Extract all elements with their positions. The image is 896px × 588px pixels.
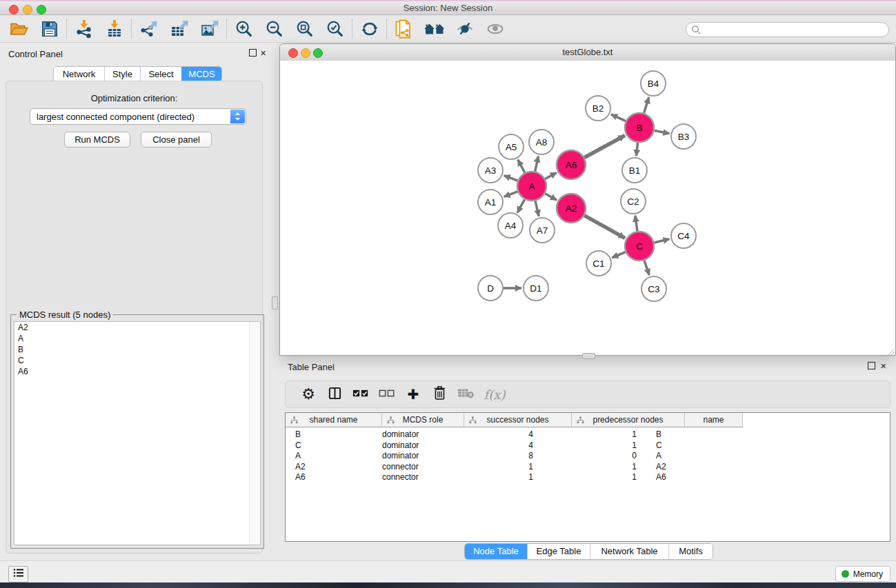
table-cell[interactable]: dominator — [372, 429, 445, 440]
export-image-button[interactable] — [195, 17, 225, 41]
table-cell[interactable]: A — [646, 451, 695, 462]
edge-B-B2[interactable] — [611, 114, 626, 121]
column-header-name[interactable]: name — [685, 413, 743, 427]
result-scrollbar[interactable] — [249, 322, 260, 545]
refresh-button[interactable] — [355, 17, 385, 41]
tab-select[interactable]: Select — [140, 67, 181, 81]
edge-A-A3[interactable] — [504, 176, 518, 181]
table-cell[interactable]: C — [286, 440, 372, 452]
table-cell[interactable]: 1 — [543, 462, 646, 473]
result-item[interactable]: C — [14, 355, 260, 366]
result-item[interactable]: A6 — [14, 366, 260, 377]
tab-mcds[interactable]: MCDS — [181, 67, 221, 81]
tab-motifs[interactable]: Motifs — [668, 544, 713, 559]
tab-node-table[interactable]: Node Table — [465, 544, 527, 559]
table-row[interactable]: Cdominator41C — [286, 440, 890, 452]
table-cell[interactable]: 1 — [543, 440, 646, 452]
window-resize-grip[interactable] — [886, 346, 895, 354]
select-all-columns-button[interactable] — [348, 384, 374, 405]
table-row[interactable]: A2connector11A2 — [286, 462, 890, 473]
table-cell[interactable]: 1 — [445, 472, 543, 483]
edge-B-B4[interactable] — [644, 97, 649, 113]
network-graph[interactable]: B4B2BB3A8A5A6A3B1AC2A1A2A4A7C4CC1C3DD1 — [280, 61, 895, 355]
table-settings-button[interactable]: ⚙ — [295, 384, 321, 405]
export-table-button[interactable] — [164, 17, 195, 41]
export-network-button[interactable] — [134, 17, 164, 41]
table-cell[interactable]: dominator — [372, 440, 445, 452]
result-item[interactable]: A — [14, 333, 260, 344]
table-row[interactable]: A6connector11A6 — [286, 472, 890, 483]
table-cell[interactable]: 8 — [445, 451, 543, 462]
import-network-button[interactable] — [69, 17, 99, 41]
table-cell[interactable]: A6 — [286, 472, 372, 483]
edge-C-C1[interactable] — [612, 252, 625, 258]
table-cell[interactable]: dominator — [372, 451, 445, 462]
network-document-button[interactable] — [389, 17, 419, 41]
memory-button[interactable]: Memory — [835, 566, 890, 582]
table-cell[interactable]: connector — [372, 472, 445, 483]
window-minimize-button[interactable] — [23, 5, 32, 14]
edge-C-C4[interactable] — [654, 239, 669, 243]
table-panel-close-icon[interactable]: ✕ — [880, 362, 886, 371]
table-cell[interactable]: B — [646, 429, 695, 440]
network-zoom-button[interactable] — [313, 48, 323, 58]
network-canvas[interactable]: B4B2BB3A8A5A6A3B1AC2A1A2A4A7C4CC1C3DD1 — [280, 61, 895, 355]
tab-edge-table[interactable]: Edge Table — [527, 544, 590, 559]
column-header-successor-nodes[interactable]: successor nodes — [464, 413, 572, 427]
save-session-button[interactable] — [34, 17, 65, 41]
create-column-button[interactable]: ✚ — [400, 384, 426, 405]
close-panel-button[interactable]: Close panel — [141, 132, 212, 148]
table-cell[interactable]: 1 — [543, 429, 646, 440]
network-close-button[interactable] — [288, 48, 298, 58]
table-cell[interactable]: B — [286, 429, 372, 440]
column-header-predecessor-nodes[interactable]: predecessor nodes — [572, 413, 685, 427]
tab-style[interactable]: Style — [104, 67, 140, 81]
zoom-selected-button[interactable] — [320, 17, 350, 41]
tab-network[interactable]: Network — [54, 67, 104, 81]
show-graphics-details-button[interactable] — [480, 17, 510, 41]
edge-A6-B[interactable] — [584, 135, 625, 157]
window-zoom-button[interactable] — [37, 5, 46, 14]
edge-A2-C[interactable] — [584, 216, 625, 239]
tab-network-table[interactable]: Network Table — [590, 544, 668, 559]
unselect-all-columns-button[interactable] — [374, 384, 400, 405]
import-table-button[interactable] — [99, 17, 130, 41]
mcds-result-list[interactable]: A2ABCA6 — [14, 321, 261, 545]
table-cell[interactable]: A6 — [646, 472, 695, 483]
edge-A-A8[interactable] — [535, 156, 539, 172]
control-panel-float-icon[interactable] — [249, 49, 257, 58]
edge-A-A1[interactable] — [504, 192, 518, 197]
zoom-fit-button[interactable] — [290, 17, 320, 41]
node-table[interactable]: shared nameMCDS rolesuccessor nodesprede… — [285, 412, 890, 542]
table-row[interactable]: Bdominator41B — [286, 429, 890, 440]
table-cell[interactable]: 4 — [445, 440, 543, 452]
network-minimize-button[interactable] — [301, 48, 310, 58]
edge-C-C2[interactable] — [635, 216, 637, 231]
criterion-dropdown[interactable]: largest connected component (directed) — [30, 108, 246, 125]
column-header-MCDS-role[interactable]: MCDS role — [382, 413, 464, 427]
column-header-shared-name[interactable]: shared name — [286, 413, 382, 427]
vertical-splitter-handle[interactable] — [272, 296, 278, 310]
edge-A-A6[interactable] — [545, 172, 557, 179]
edge-A-A5[interactable] — [518, 160, 525, 173]
result-item[interactable]: B — [14, 344, 260, 355]
table-cell[interactable]: A — [286, 451, 372, 462]
edge-A-A7[interactable] — [535, 201, 539, 216]
result-item[interactable]: A2 — [14, 322, 260, 333]
edge-B-B3[interactable] — [655, 130, 670, 133]
task-history-button[interactable] — [8, 566, 28, 582]
edge-C-C3[interactable] — [644, 261, 649, 275]
table-cell[interactable]: 1 — [445, 462, 543, 473]
table-cell[interactable]: 4 — [445, 429, 543, 440]
table-cell[interactable]: 1 — [543, 472, 646, 483]
home-networks-button[interactable] — [419, 17, 450, 41]
network-window-titlebar[interactable]: testGlobe.txt — [280, 44, 895, 61]
table-panel-float-icon[interactable] — [868, 362, 875, 371]
edge-A-A4[interactable] — [517, 199, 524, 212]
zoom-in-button[interactable] — [229, 17, 259, 41]
hide-graphics-details-button[interactable] — [450, 17, 480, 41]
search-input[interactable] — [704, 23, 886, 37]
table-cell[interactable]: C — [646, 440, 695, 452]
control-panel-close-icon[interactable]: ✕ — [260, 49, 266, 58]
zoom-out-button[interactable] — [259, 17, 290, 41]
